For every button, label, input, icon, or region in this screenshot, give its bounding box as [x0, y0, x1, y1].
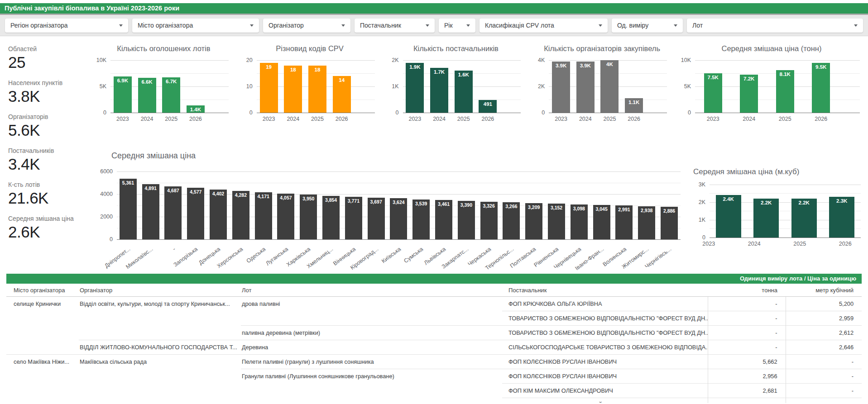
x-tick-label: 2025: [598, 116, 622, 122]
bar[interactable]: 5,361: [120, 179, 137, 239]
bar-slot: 4,282: [230, 171, 252, 239]
bar[interactable]: 2.2K: [791, 199, 817, 238]
bar[interactable]: 3,854: [322, 196, 340, 239]
price-table-body: селище КриничкиВідділ освіти, культури, …: [6, 297, 862, 404]
bar[interactable]: 4K: [600, 60, 619, 113]
bar[interactable]: 9.5K: [812, 63, 830, 113]
filter-organizer-dropdown[interactable]: Організатор: [263, 19, 350, 33]
bars-container: 7.5K7.2K8.1K9.5K: [695, 60, 860, 113]
bar[interactable]: 1.1K: [625, 98, 643, 113]
filter-city-dropdown[interactable]: Місто організатора: [132, 19, 259, 33]
bar[interactable]: 6.6K: [138, 78, 156, 113]
bar[interactable]: 3,209: [525, 203, 542, 239]
bar[interactable]: 1.9K: [406, 63, 424, 113]
bar[interactable]: 2,886: [661, 207, 678, 239]
bar[interactable]: 4,282: [232, 191, 249, 239]
cell-price-cubic: 2,612: [786, 326, 862, 340]
filter-lot-dropdown[interactable]: Лот: [687, 19, 863, 33]
filter-supplier-dropdown[interactable]: Постачальник: [355, 19, 435, 33]
chart-announced-lots: Кількість оголошених лотів05K10K6.9K6.6K…: [91, 39, 237, 142]
bar[interactable]: 3.9K: [552, 62, 570, 113]
bar-slot: 3,697: [365, 171, 388, 239]
bar[interactable]: 3,771: [345, 197, 362, 239]
bar[interactable]: 4,402: [210, 190, 227, 239]
bar[interactable]: 1.4K: [187, 105, 205, 113]
y-axis: 01020: [237, 60, 257, 113]
bar-value-label: 4K: [596, 62, 623, 67]
charts-area: Кількість оголошених лотів05K10K6.9K6.6K…: [91, 36, 868, 268]
cell-price-cubic: 2,646: [786, 340, 862, 355]
bar[interactable]: 2,938: [638, 206, 655, 239]
y-tick-label: 0: [688, 109, 691, 116]
filter-label: Постачальник: [360, 22, 401, 29]
bar[interactable]: 7.2K: [740, 75, 758, 113]
bar[interactable]: 14: [333, 76, 351, 113]
bar-slot: 1.4K: [183, 60, 208, 113]
x-tick-label: 2023: [110, 116, 135, 122]
bar[interactable]: 18: [284, 66, 302, 113]
bar[interactable]: 4,687: [164, 186, 182, 239]
y-axis: 0200040006000: [91, 171, 117, 239]
y-tick-label: 0: [249, 109, 253, 116]
bar[interactable]: 3,539: [412, 200, 430, 239]
chart-avg-price-tons: Середня змішана ціна (тонн)05K10K7.5K7.2…: [675, 39, 868, 142]
bar-slot: 5,361: [117, 171, 139, 239]
filter-cpv-dropdown[interactable]: Класифікація CPV лота: [480, 19, 608, 33]
bar[interactable]: 18: [308, 66, 326, 113]
bar[interactable]: 3,950: [300, 195, 317, 239]
filter-unit-dropdown[interactable]: Од. виміру: [612, 19, 683, 33]
bar-slot: 4,171: [252, 171, 275, 239]
bar[interactable]: 4,057: [277, 194, 294, 239]
bar[interactable]: 1.7K: [430, 68, 448, 113]
bar[interactable]: 3,697: [368, 198, 385, 239]
y-tick-label: 2000: [100, 214, 113, 220]
cell-supplier: ФОП КРЮЧКОВ АРТУР ГЕННАДІЙОВИЧ: [502, 398, 708, 404]
bar[interactable]: 19: [260, 63, 278, 113]
kpi-label: Областей: [8, 45, 91, 52]
y-tick-label: 2K: [538, 83, 545, 90]
bar[interactable]: 3,152: [548, 204, 565, 239]
bar[interactable]: 3,045: [593, 205, 610, 239]
bar[interactable]: 2.3K: [829, 197, 854, 238]
bar[interactable]: 6.9K: [114, 76, 132, 113]
bar[interactable]: 3,624: [390, 198, 407, 239]
kpi-value: 25: [8, 53, 91, 71]
bar[interactable]: 8.1K: [776, 70, 794, 113]
bar[interactable]: 3,098: [571, 204, 588, 239]
y-tick-label: 10K: [681, 57, 691, 63]
bar-value-label: 9.5K: [807, 64, 834, 70]
chart-title: Середня змішана ціна (м.куб): [693, 167, 868, 176]
bar[interactable]: 3,326: [480, 202, 498, 239]
bar-slot: 3,098: [568, 171, 590, 239]
bar-slot: 9.5K: [803, 60, 839, 113]
bar[interactable]: 1.6K: [455, 71, 473, 113]
bar[interactable]: 3.9K: [576, 62, 595, 113]
bar-slot: 8.1K: [767, 60, 803, 113]
x-tick-label: 2024: [731, 116, 767, 122]
bar[interactable]: 4,171: [255, 192, 272, 239]
bar[interactable]: 4,577: [187, 188, 204, 239]
bar[interactable]: 2,991: [615, 205, 633, 239]
bar-value-label: 5,361: [115, 180, 141, 185]
filter-region-dropdown[interactable]: Регіон організатора: [5, 19, 128, 33]
x-axis: 2023202420252026: [686, 241, 868, 247]
x-tick-label: 2023: [695, 116, 731, 122]
bar[interactable]: 3,461: [435, 200, 452, 239]
bar[interactable]: 2.4K: [716, 195, 741, 238]
chart-title: Середня змішана ціна: [111, 151, 686, 161]
bar[interactable]: 2.2K: [753, 199, 779, 238]
kpi-value: 5.6K: [8, 121, 91, 139]
bar[interactable]: 3,266: [503, 202, 520, 239]
cell-supplier: ФОП КРЮЧКОВА ОЛЬГА ЮРІЇВНА: [502, 297, 708, 311]
filter-year-dropdown[interactable]: Рік: [439, 19, 475, 33]
bar[interactable]: 7.5K: [704, 73, 722, 113]
bar-value-label: 8.1K: [772, 71, 799, 77]
bar-value-label: 6.6K: [134, 79, 161, 85]
cell-price-tonna: 2,568: [708, 398, 786, 404]
bar-value-label: 14: [328, 77, 355, 83]
bars-container: 19181814: [257, 60, 375, 113]
bar[interactable]: 491: [479, 100, 497, 113]
bar[interactable]: 6.7K: [162, 77, 180, 113]
bar[interactable]: 3,390: [458, 201, 475, 239]
bar[interactable]: 4,891: [142, 184, 159, 239]
